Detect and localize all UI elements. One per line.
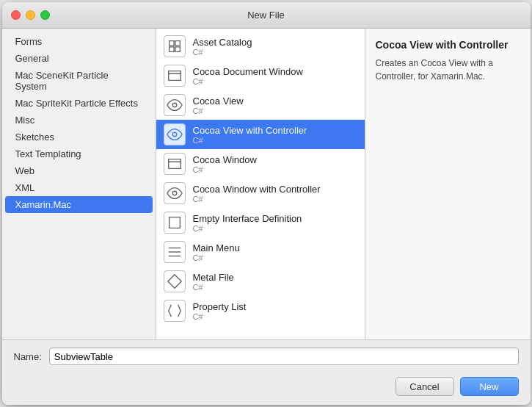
sidebar-item-web[interactable]: Web bbox=[5, 162, 153, 179]
sidebar-item-mac-scenekit-particle-system[interactable]: Mac SceneKit Particle System bbox=[5, 67, 153, 95]
asset-icon bbox=[164, 35, 186, 57]
file-name: Empty Interface Definition bbox=[193, 213, 302, 224]
file-sub: C# bbox=[193, 77, 303, 86]
file-sub: C# bbox=[193, 312, 247, 321]
maximize-button[interactable] bbox=[40, 10, 50, 20]
diamond-icon bbox=[164, 270, 186, 292]
file-item[interactable]: Cocoa Document WindowC# bbox=[156, 61, 365, 90]
file-item[interactable]: Property ListC# bbox=[156, 296, 365, 325]
detail-description: Creates an Cocoa View with a Controller,… bbox=[376, 57, 520, 83]
buttons-row: Cancel New bbox=[2, 372, 531, 405]
file-name: Asset Catalog bbox=[193, 37, 252, 48]
cancel-button[interactable]: Cancel bbox=[396, 377, 454, 396]
file-sub: C# bbox=[193, 107, 244, 115]
minimize-button[interactable] bbox=[26, 10, 35, 20]
eye-icon bbox=[164, 182, 186, 204]
file-name: Property List bbox=[193, 301, 247, 312]
sidebar-item-forms[interactable]: Forms bbox=[5, 33, 153, 50]
sidebar-item-sketches[interactable]: Sketches bbox=[5, 129, 153, 145]
window-icon bbox=[164, 65, 186, 87]
file-sub: C# bbox=[193, 48, 252, 57]
detail-title: Cocoa View with Controller bbox=[376, 39, 520, 51]
sidebar-item-xml[interactable]: XML bbox=[5, 179, 153, 196]
window-title: New File bbox=[247, 10, 285, 21]
file-name: Metal File bbox=[193, 272, 234, 283]
file-item[interactable]: Cocoa Window with ControllerC# bbox=[156, 179, 365, 208]
file-item[interactable]: Asset CatalogC# bbox=[156, 32, 365, 61]
traffic-lights bbox=[11, 10, 50, 20]
sidebar-item-mac-spritekit-particle-effects[interactable]: Mac SpriteKit Particle Effects bbox=[5, 95, 153, 112]
file-list: Asset CatalogC#Cocoa Document WindowC#Co… bbox=[156, 29, 365, 339]
file-sub: C# bbox=[193, 136, 307, 145]
file-name: Cocoa View with Controller bbox=[193, 125, 307, 136]
file-item[interactable]: Metal FileC# bbox=[156, 267, 365, 296]
sidebar-item-xamarin.mac[interactable]: Xamarin.Mac bbox=[5, 196, 153, 213]
file-item[interactable]: Cocoa WindowC# bbox=[156, 149, 365, 179]
sidebar-item-misc[interactable]: Misc bbox=[5, 112, 153, 129]
empty-icon bbox=[164, 212, 186, 234]
content-area: FormsGeneralMac SceneKit Particle System… bbox=[2, 29, 531, 339]
file-item[interactable]: Cocoa ViewC# bbox=[156, 90, 365, 120]
main-window: New File FormsGeneralMac SceneKit Partic… bbox=[2, 2, 531, 405]
eye-icon bbox=[164, 123, 186, 145]
name-label: Name: bbox=[14, 351, 42, 362]
bottom-bar: Name: bbox=[2, 339, 531, 372]
file-name: Cocoa Window with Controller bbox=[193, 184, 321, 195]
detail-panel: Cocoa View with Controller Creates an Co… bbox=[365, 29, 531, 339]
file-item[interactable]: Empty Interface DefinitionC# bbox=[156, 208, 365, 237]
window2-icon bbox=[164, 153, 186, 175]
file-item[interactable]: Cocoa View with ControllerC# bbox=[156, 120, 365, 149]
sidebar-item-general[interactable]: General bbox=[5, 50, 153, 67]
sidebar-item-text-templating[interactable]: Text Templating bbox=[5, 145, 153, 162]
new-button[interactable]: New bbox=[460, 377, 519, 396]
file-name: Cocoa Document Window bbox=[193, 66, 303, 77]
file-name: Cocoa View bbox=[193, 96, 244, 107]
file-sub: C# bbox=[193, 195, 321, 204]
file-sub: C# bbox=[193, 283, 234, 292]
file-sub: C# bbox=[193, 253, 240, 262]
file-sub: C# bbox=[193, 224, 302, 233]
titlebar: New File bbox=[2, 2, 531, 29]
eye-icon bbox=[164, 94, 186, 116]
file-sub: C# bbox=[193, 165, 257, 174]
sidebar: FormsGeneralMac SceneKit Particle System… bbox=[2, 29, 156, 339]
menu-icon bbox=[164, 241, 186, 263]
file-name: Cocoa Window bbox=[193, 154, 257, 165]
bracket-icon bbox=[164, 300, 186, 322]
file-item[interactable]: Main MenuC# bbox=[156, 237, 365, 267]
name-input[interactable] bbox=[49, 347, 519, 365]
close-button[interactable] bbox=[11, 10, 21, 20]
file-name: Main Menu bbox=[193, 242, 240, 253]
